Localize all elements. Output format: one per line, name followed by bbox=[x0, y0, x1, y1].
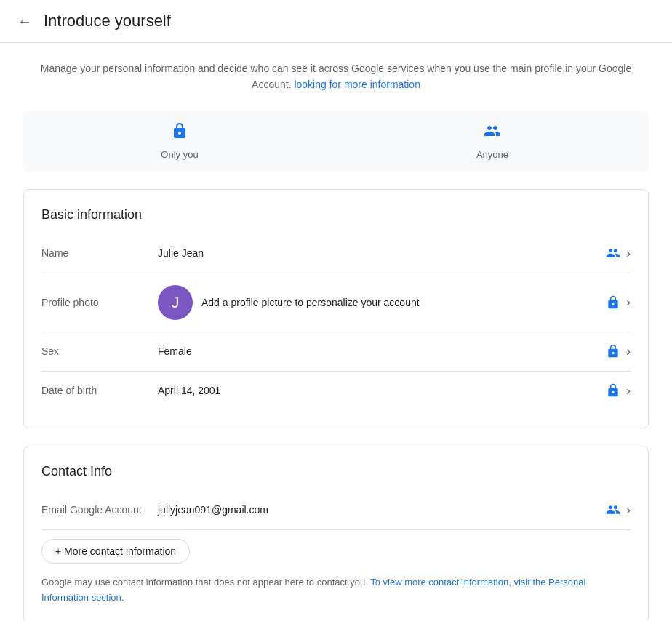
more-contact-button[interactable]: + More contact information bbox=[41, 539, 190, 564]
anyone-label: Anyone bbox=[476, 149, 508, 160]
page-title: Introduce yourself bbox=[44, 12, 171, 31]
dob-value: April 14, 2001 bbox=[158, 385, 606, 396]
profile-photo-label: Profile photo bbox=[41, 297, 158, 308]
description: Manage your personal information and dec… bbox=[23, 60, 649, 93]
visibility-anyone[interactable]: Anyone bbox=[336, 122, 649, 160]
sex-lock-icon bbox=[606, 344, 620, 358]
email-vis-icon bbox=[606, 502, 620, 517]
visibility-only-you[interactable]: Only you bbox=[23, 122, 336, 160]
visibility-bar: Only you Anyone bbox=[23, 111, 649, 172]
sex-value: Female bbox=[158, 345, 606, 357]
profile-photo-value: J Add a profile picture to personalize y… bbox=[158, 285, 606, 320]
dob-row-icons: › bbox=[606, 383, 631, 398]
profile-photo-text: Add a profile picture to personalize you… bbox=[201, 297, 420, 308]
dob-label: Date of birth bbox=[41, 385, 158, 396]
description-link[interactable]: looking for more information bbox=[294, 79, 420, 90]
email-label: Email Google Account bbox=[41, 504, 158, 516]
basic-info-card: Basic information Name Julie Jean › Prof… bbox=[23, 189, 649, 428]
contact-info-title: Contact Info bbox=[41, 464, 631, 479]
profile-photo-chevron-icon: › bbox=[626, 295, 631, 310]
basic-info-title: Basic information bbox=[41, 207, 631, 223]
main-content: Manage your personal information and dec… bbox=[0, 43, 672, 621]
header: ← Introduce yourself bbox=[0, 0, 672, 43]
sex-chevron-icon: › bbox=[626, 344, 631, 359]
name-vis-icon bbox=[606, 246, 620, 260]
dob-row[interactable]: Date of birth April 14, 2001 › bbox=[41, 372, 631, 410]
only-you-label: Only you bbox=[161, 149, 198, 160]
people-icon bbox=[484, 122, 501, 143]
back-button[interactable]: ← bbox=[17, 13, 32, 30]
footer-text: Google may use contact information that … bbox=[41, 577, 368, 588]
name-row-icons: › bbox=[606, 246, 631, 261]
dob-chevron-icon: › bbox=[626, 383, 631, 398]
profile-photo-lock-icon bbox=[606, 295, 620, 310]
name-chevron-icon: › bbox=[626, 246, 631, 261]
contact-info-card: Contact Info Email Google Account jullyj… bbox=[23, 446, 649, 621]
lock-icon bbox=[171, 122, 188, 143]
sex-row[interactable]: Sex Female › bbox=[41, 332, 631, 372]
sex-row-icons: › bbox=[606, 344, 631, 359]
email-value: jullyjean091@gmail.com bbox=[158, 504, 606, 516]
sex-label: Sex bbox=[41, 345, 158, 357]
profile-photo-row-icons: › bbox=[606, 295, 631, 310]
email-chevron-icon: › bbox=[626, 502, 631, 518]
name-row[interactable]: Name Julie Jean › bbox=[41, 234, 631, 273]
name-value: Julie Jean bbox=[158, 247, 606, 259]
dob-lock-icon bbox=[606, 383, 620, 398]
contact-footer: Google may use contact information that … bbox=[41, 575, 631, 606]
avatar: J bbox=[158, 285, 193, 320]
email-row-icons: › bbox=[606, 502, 631, 518]
name-label: Name bbox=[41, 247, 158, 259]
profile-photo-row[interactable]: Profile photo J Add a profile picture to… bbox=[41, 273, 631, 332]
email-row[interactable]: Email Google Account jullyjean091@gmail.… bbox=[41, 491, 631, 530]
